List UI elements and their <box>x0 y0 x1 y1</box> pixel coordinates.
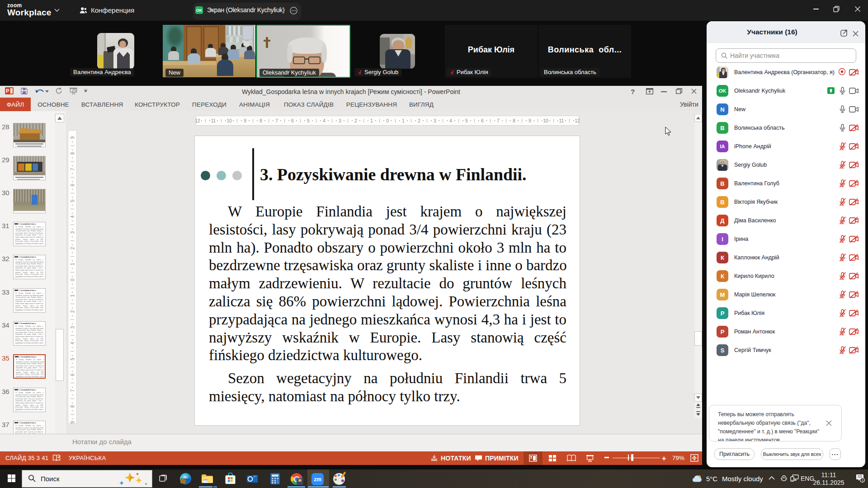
svg-text:1: 1 <box>861 478 863 482</box>
